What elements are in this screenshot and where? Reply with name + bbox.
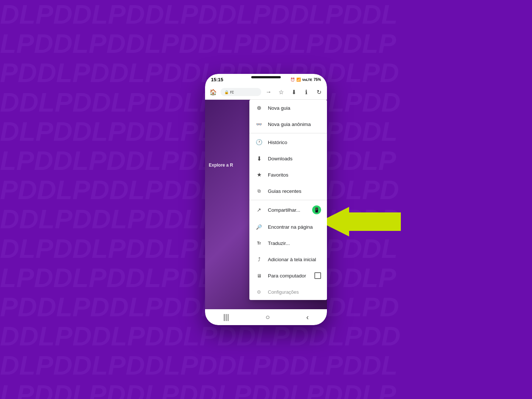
browser-toolbar: 🏠 🔒 rc → ☆ ⬇ ℹ ↻: [205, 85, 327, 100]
nova-guia-label: Nova guia: [268, 105, 321, 111]
nav-home-button[interactable]: ○: [265, 313, 270, 321]
favoritos-icon: ★: [255, 171, 263, 178]
guias-recentes-label: Guias recentes: [268, 188, 321, 194]
address-text[interactable]: rc: [230, 89, 234, 95]
menu-item-historico[interactable]: 🕐 Histórico: [249, 134, 327, 150]
context-menu: ⊕ Nova guia 👓 Nova guia anônima 🕐 His: [249, 100, 327, 300]
nova-guia-anonima-icon: 👓: [255, 120, 263, 128]
menu-item-traduzir[interactable]: Tr Traduzir...: [249, 235, 327, 251]
downloads-label: Downloads: [268, 156, 321, 161]
menu-item-nova-guia[interactable]: ⊕ Nova guia: [249, 100, 327, 116]
menu-item-encontrar[interactable]: 🔎 Encontrar na página: [249, 219, 327, 235]
status-icons: ⏰ 📶 VoLTE 75%: [290, 78, 321, 82]
menu-item-para-computador[interactable]: 🖥 Para computador: [249, 267, 327, 284]
menu-item-compartilhar[interactable]: ↗ Compartilhar... 📱: [249, 201, 327, 219]
downloads-icon: ⬇: [255, 155, 263, 162]
phone-notch: [251, 76, 281, 78]
status-bar: 15:15 ⏰ 📶 VoLTE 75%: [205, 74, 327, 85]
alarm-icon: ⏰: [290, 78, 295, 82]
bookmark-button[interactable]: ☆: [276, 87, 286, 97]
menu-divider-2: [249, 200, 327, 200]
para-computador-icon: 🖥: [255, 272, 263, 279]
menu-item-favoritos[interactable]: ★ Favoritos: [249, 167, 327, 183]
phone-content: 15:15 ⏰ 📶 VoLTE 75% 🏠 🔒 rc →: [205, 74, 327, 325]
traduzir-icon: Tr: [255, 239, 263, 247]
configuracoes-icon: ⚙: [255, 288, 263, 296]
compartilhar-label: Compartilhar...: [268, 207, 307, 213]
menu-item-nova-guia-anonima[interactable]: 👓 Nova guia anônima: [249, 116, 327, 132]
refresh-button[interactable]: ↻: [314, 87, 324, 97]
lock-icon: 🔒: [224, 90, 229, 94]
compartilhar-icon: ↗: [255, 206, 263, 214]
configuracoes-label: Configurações: [268, 289, 321, 295]
menu-item-downloads[interactable]: ⬇ Downloads: [249, 150, 327, 167]
scene-container: 15:15 ⏰ 📶 VoLTE 75% 🏠 🔒 rc →: [205, 74, 327, 325]
menu-item-configuracoes[interactable]: ⚙ Configurações: [249, 284, 327, 300]
nav-back-button[interactable]: ‹: [306, 313, 309, 321]
guias-recentes-icon: ⧉: [255, 187, 263, 195]
menu-item-adicionar[interactable]: ⤴ Adicionar à tela inicial: [249, 251, 327, 267]
arrow-annotation: [320, 207, 401, 238]
status-time: 15:15: [211, 77, 223, 82]
adicionar-icon: ⤴: [255, 256, 263, 263]
encontrar-label: Encontrar na página: [268, 224, 321, 230]
signal-icon: VoLTE: [302, 78, 312, 82]
download-button[interactable]: ⬇: [289, 87, 299, 97]
para-computador-checkbox[interactable]: [314, 272, 321, 279]
phone-device: 15:15 ⏰ 📶 VoLTE 75% 🏠 🔒 rc →: [205, 74, 327, 325]
encontrar-icon: 🔎: [255, 223, 263, 231]
svg-marker-0: [320, 207, 401, 236]
para-computador-label: Para computador: [268, 273, 309, 279]
menu-divider-1: [249, 133, 327, 133]
bottom-navigation: ||| ○ ‹: [205, 309, 327, 325]
nav-menu-button[interactable]: |||: [223, 313, 229, 321]
historico-icon: 🕐: [255, 139, 263, 146]
favoritos-label: Favoritos: [268, 172, 321, 178]
forward-button[interactable]: →: [263, 87, 274, 97]
historico-label: Histórico: [268, 140, 321, 145]
info-button[interactable]: ℹ: [301, 87, 311, 97]
wifi-icon: 📶: [296, 78, 301, 82]
traduzir-label: Traduzir...: [268, 241, 321, 246]
page-overlay-text: Explore a R: [209, 163, 233, 168]
nova-guia-icon: ⊕: [255, 104, 263, 112]
whatsapp-badge: 📱: [312, 205, 321, 214]
arrow-svg: [320, 207, 401, 236]
address-bar[interactable]: 🔒 rc: [221, 88, 261, 96]
menu-item-guias-recentes[interactable]: ⧉ Guias recentes: [249, 183, 327, 199]
home-button[interactable]: 🏠: [208, 87, 218, 97]
page-content: Explore a R ⊕ Nova guia 👓 Nova guia anôn…: [205, 100, 327, 309]
adicionar-label: Adicionar à tela inicial: [268, 257, 321, 262]
battery-icon: 75%: [314, 78, 321, 82]
nova-guia-anonima-label: Nova guia anônima: [268, 122, 321, 127]
phone-inner: 15:15 ⏰ 📶 VoLTE 75% 🏠 🔒 rc →: [205, 74, 327, 325]
